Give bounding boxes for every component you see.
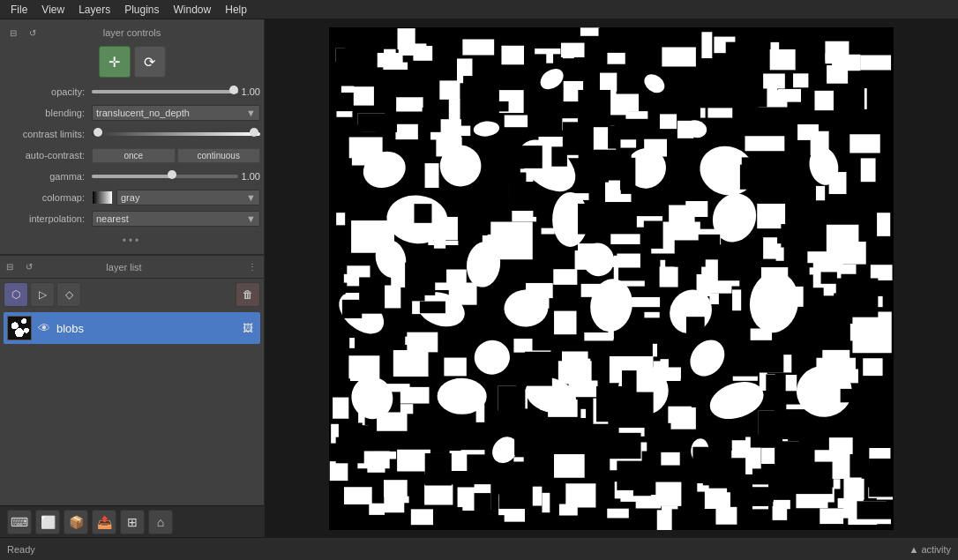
bottom-toolbar: ⌨ ⬜ 📦 📤 ⊞ ⌂ xyxy=(0,505,264,537)
canvas-area[interactable] xyxy=(265,19,958,537)
layer-name: blobs xyxy=(56,322,239,335)
layer-list-section: ⊟ ↺ layer list ⋮ ⬡ ▷ ◇ 🗑 👁 blobs � xyxy=(0,256,264,505)
layer-list-header: ⊟ ↺ layer list ⋮ xyxy=(0,256,264,279)
blending-select[interactable]: translucent_no_depth ▼ xyxy=(92,105,260,121)
blending-row: blending: translucent_no_depth ▼ xyxy=(4,104,260,122)
left-panel: ⊟ ↺ layer controls ✛ ⟳ opacity: 1 xyxy=(0,19,265,537)
grid-btn[interactable]: ⊞ xyxy=(120,510,145,534)
auto-contrast-row: auto-contrast: once continuous xyxy=(4,146,260,164)
menu-layers[interactable]: Layers xyxy=(71,2,117,18)
layer-controls-header: ⊟ ↺ layer controls xyxy=(4,23,260,42)
main-content: ⊟ ↺ layer controls ✛ ⟳ opacity: 1 xyxy=(0,19,958,537)
opacity-value: 1.00 xyxy=(242,86,260,97)
dots-row: ••• xyxy=(4,231,260,250)
layer-list-menu-icon[interactable]: ⋮ xyxy=(244,259,260,275)
refresh-icon[interactable]: ↺ xyxy=(25,25,41,41)
interpolation-label: interpolation: xyxy=(4,213,92,224)
layer-controls-section: ⊟ ↺ layer controls ✛ ⟳ opacity: 1 xyxy=(0,19,264,256)
terminal-btn[interactable]: ⌨ xyxy=(7,510,32,534)
menu-file[interactable]: File xyxy=(4,2,34,18)
image-canvas xyxy=(329,27,894,530)
add-layer-btn[interactable]: 📦 xyxy=(64,510,88,534)
activity-label: ▲ activity xyxy=(909,544,951,555)
gamma-row: gamma: 1.00 xyxy=(4,168,260,185)
activity-button[interactable]: ▲ activity xyxy=(909,544,951,555)
layer-thumb-preview xyxy=(8,317,31,340)
move-tool-btn[interactable]: ✛ xyxy=(99,46,131,78)
auto-contrast-once-btn[interactable]: once xyxy=(92,148,176,163)
layer-type-icon: 🖼 xyxy=(239,319,257,337)
menu-help[interactable]: Help xyxy=(218,2,254,18)
statusbar: Ready ▲ activity xyxy=(0,537,958,560)
layer-list-header-icons: ⊟ ↺ xyxy=(2,259,37,275)
layer-visibility-icon[interactable]: 👁 xyxy=(35,319,53,337)
contrast-thumb-left[interactable] xyxy=(94,128,102,137)
auto-contrast-continuous-btn[interactable]: continuous xyxy=(177,148,261,163)
menu-plugins[interactable]: Plugins xyxy=(117,2,166,18)
layer-thumbnail xyxy=(7,316,32,340)
layer-controls-icons: ⊟ ↺ xyxy=(5,25,41,41)
layer-list-minimize-icon[interactable]: ⊟ xyxy=(2,259,18,275)
status-text: Ready xyxy=(7,544,35,555)
auto-contrast-buttons: once continuous xyxy=(92,148,260,163)
transform-tool-btn[interactable]: ⟳ xyxy=(134,46,166,78)
blending-label: blending: xyxy=(4,108,92,118)
contrast-limits-label: contrast limits: xyxy=(4,129,92,139)
layer-tools: ⬡ ▷ ◇ 🗑 xyxy=(0,279,264,310)
layer-list-refresh-icon[interactable]: ↺ xyxy=(21,259,37,275)
shapes-tool-btn[interactable]: ▷ xyxy=(30,282,55,307)
gamma-value: 1.00 xyxy=(242,171,260,182)
dots-icon: ••• xyxy=(123,235,142,247)
menu-view[interactable]: View xyxy=(34,2,71,18)
interpolation-select[interactable]: nearest ▼ xyxy=(92,211,260,227)
canvas-btn[interactable]: ⬜ xyxy=(35,510,60,534)
gamma-slider[interactable] xyxy=(92,173,238,180)
opacity-label: opacity: xyxy=(4,86,92,97)
home-btn[interactable]: ⌂ xyxy=(148,510,173,534)
layer-controls-title: layer controls xyxy=(103,27,161,38)
transform-tools: ✛ ⟳ xyxy=(4,46,260,78)
points-tool-btn[interactable]: ⬡ xyxy=(4,282,28,307)
auto-contrast-label: auto-contrast: xyxy=(4,150,92,161)
layer-list-title: layer list xyxy=(4,262,244,273)
blending-arrow-icon: ▼ xyxy=(246,108,256,118)
colormap-arrow-icon: ▼ xyxy=(246,192,256,203)
delete-layer-btn[interactable]: 🗑 xyxy=(236,282,260,307)
minimize-icon[interactable]: ⊟ xyxy=(5,25,21,41)
colormap-swatch xyxy=(92,190,113,205)
colormap-row: colormap: gray ▼ xyxy=(4,189,260,206)
opacity-row: opacity: 1.00 xyxy=(4,83,260,101)
contrast-limits-row: contrast limits: xyxy=(4,125,260,143)
colormap-select[interactable]: gray ▼ xyxy=(116,190,260,205)
interpolation-arrow-icon: ▼ xyxy=(246,213,256,224)
contrast-slider[interactable] xyxy=(92,131,260,138)
interpolation-row: interpolation: nearest ▼ xyxy=(4,210,260,228)
opacity-slider[interactable] xyxy=(92,88,238,95)
contrast-thumb-right[interactable] xyxy=(250,128,258,137)
gamma-label: gamma: xyxy=(4,171,92,182)
menu-window[interactable]: Window xyxy=(167,2,219,18)
remove-layer-btn[interactable]: 📤 xyxy=(92,510,116,534)
colormap-label: colormap: xyxy=(4,192,92,203)
menubar: File View Layers Plugins Window Help xyxy=(0,0,958,19)
labels-tool-btn[interactable]: ◇ xyxy=(56,282,81,307)
layer-item-blobs[interactable]: 👁 blobs 🖼 xyxy=(4,312,260,344)
